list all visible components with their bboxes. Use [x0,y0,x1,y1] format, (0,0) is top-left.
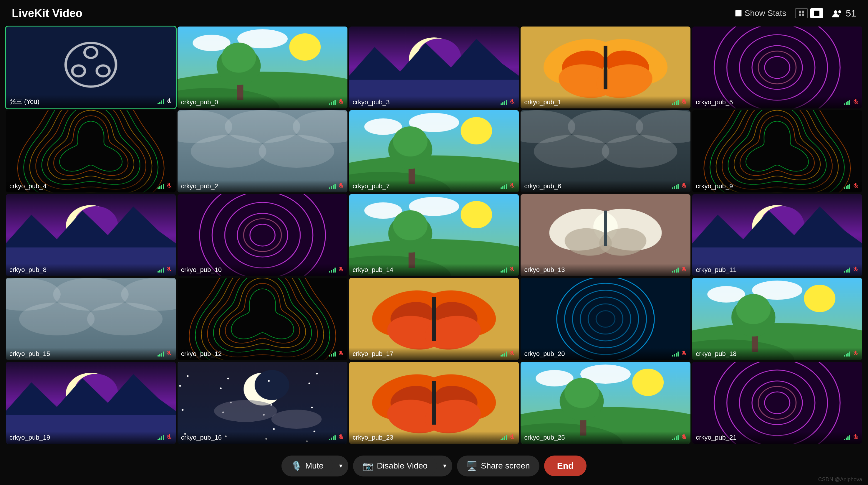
tile-icons [672,99,687,106]
mute-button[interactable]: 🎙️ Mute [281,456,333,477]
svg-rect-0 [799,10,801,13]
tile-overlay: crkyo_pub_23 [349,431,519,444]
video-tile-pub13[interactable]: crkyo_pub_13 [521,194,690,276]
tile-overlay: crkyo_pub_8 [6,264,176,276]
mic-status-icon [166,434,172,441]
video-tile-pub15[interactable]: crkyo_pub_15 [6,278,176,360]
show-stats-label[interactable]: Show Stats [735,8,786,18]
tile-participant-name: crkyo_pub_25 [524,434,565,441]
tile-icons [500,266,515,274]
video-tile-pub7[interactable]: crkyo_pub_7 [349,110,519,192]
tile-participant-name: crkyo_pub_7 [353,182,390,190]
tile-participant-name: crkyo_pub_12 [181,350,222,358]
tile-overlay: crkyo_pub_10 [178,264,347,276]
mic-status-icon [681,350,687,358]
video-tile-pub25[interactable]: crkyo_pub_25 [521,362,690,444]
video-tile-pub21[interactable]: crkyo_pub_21 [692,362,862,444]
video-tile-self[interactable]: 张三 (You) [6,27,176,108]
header: LiveKit Video Show Stats [0,0,868,24]
signal-icon [329,183,336,189]
video-tile-pub12[interactable]: crkyo_pub_12 [178,278,347,360]
signal-icon [672,435,679,440]
signal-icon [844,267,850,273]
signal-icon [500,183,507,189]
mute-chevron[interactable]: ▾ [333,457,348,475]
signal-icon [672,99,679,105]
signal-icon [500,351,507,356]
video-chevron[interactable]: ▾ [437,457,452,475]
signal-icon [500,99,507,105]
signal-icon [844,351,850,356]
show-stats-checkbox[interactable] [735,10,742,17]
end-button[interactable]: End [544,456,587,476]
tile-icons [844,183,859,190]
signal-icon [329,267,336,273]
video-tile-pub1[interactable]: crkyo_pub_1 [521,27,690,108]
mic-status-icon [853,266,859,274]
tile-overlay: crkyo_pub_9 [692,180,862,192]
disable-video-button[interactable]: 📷 Disable Video [353,456,437,477]
signal-icon [329,351,336,356]
app-title: LiveKit Video [12,7,83,20]
tile-icons [157,434,172,441]
video-tile-pub11[interactable]: crkyo_pub_11 [692,194,862,276]
tile-icons [672,350,687,358]
tile-icons [157,350,172,358]
video-tile-pub19[interactable]: crkyo_pub_19 [6,362,176,444]
tile-overlay: crkyo_pub_18 [692,348,862,360]
tile-icons [329,99,344,106]
tile-participant-name: crkyo_pub_4 [9,182,46,190]
tile-overlay: crkyo_pub_21 [692,431,862,444]
tile-participant-name: crkyo_pub_15 [9,350,50,358]
svg-rect-2 [799,13,801,16]
video-group: 📷 Disable Video ▾ [353,456,452,477]
tile-participant-name: crkyo_pub_8 [9,266,46,274]
mic-status-icon [509,266,515,274]
mic-status-icon [166,98,172,105]
single-layout-btn[interactable] [810,8,823,18]
tile-participant-name: crkyo_pub_11 [696,266,736,274]
tile-overlay: crkyo_pub_17 [349,348,519,360]
signal-icon [672,351,679,356]
video-tile-pub3[interactable]: crkyo_pub_3 [349,27,519,108]
video-tile-pub0[interactable]: crkyo_pub_0 [178,27,347,108]
share-screen-button[interactable]: 🖥️ Share screen [457,456,539,477]
header-right: Show Stats 51 [735,8,856,19]
mic-status-icon [681,434,687,441]
video-tile-pub8[interactable]: crkyo_pub_8 [6,194,176,276]
mic-status-icon [166,350,172,358]
grid-layout-btn[interactable] [795,8,808,18]
video-tile-pub10[interactable]: crkyo_pub_10 [178,194,347,276]
video-tile-pub2[interactable]: crkyo_pub_2 [178,110,347,192]
video-tile-pub16[interactable]: crkyo_pub_16 [178,362,347,444]
mic-status-icon [166,183,172,190]
video-tile-pub4[interactable]: crkyo_pub_4 [6,110,176,192]
tile-participant-name: crkyo_pub_9 [696,182,733,190]
svg-point-6 [838,10,841,13]
tile-participant-name: crkyo_pub_14 [353,266,393,274]
video-tile-pub17[interactable]: crkyo_pub_17 [349,278,519,360]
mute-group: 🎙️ Mute ▾ [281,456,348,477]
screen-icon: 🖥️ [466,461,477,471]
video-tile-pub9[interactable]: crkyo_pub_9 [692,110,862,192]
mic-status-icon [509,434,515,441]
video-tile-pub5[interactable]: crkyo_pub_5 [692,27,862,108]
tile-overlay: crkyo_pub_2 [178,180,347,192]
mic-status-icon [338,350,344,358]
tile-icons [672,266,687,274]
share-screen-label: Share screen [481,461,530,470]
video-tile-pub23[interactable]: crkyo_pub_23 [349,362,519,444]
tile-icons [500,99,515,106]
video-tile-pub6[interactable]: crkyo_pub_6 [521,110,690,192]
tile-overlay: crkyo_pub_13 [521,264,690,276]
video-tile-pub14[interactable]: crkyo_pub_14 [349,194,519,276]
mic-status-icon [681,99,687,106]
video-tile-pub18[interactable]: crkyo_pub_18 [692,278,862,360]
mic-status-icon [509,350,515,358]
mic-status-icon [681,183,687,190]
signal-icon [672,267,679,273]
tile-overlay: crkyo_pub_14 [349,264,519,276]
participant-number: 51 [846,8,856,19]
video-tile-pub20[interactable]: crkyo_pub_20 [521,278,690,360]
tile-icons [157,183,172,190]
